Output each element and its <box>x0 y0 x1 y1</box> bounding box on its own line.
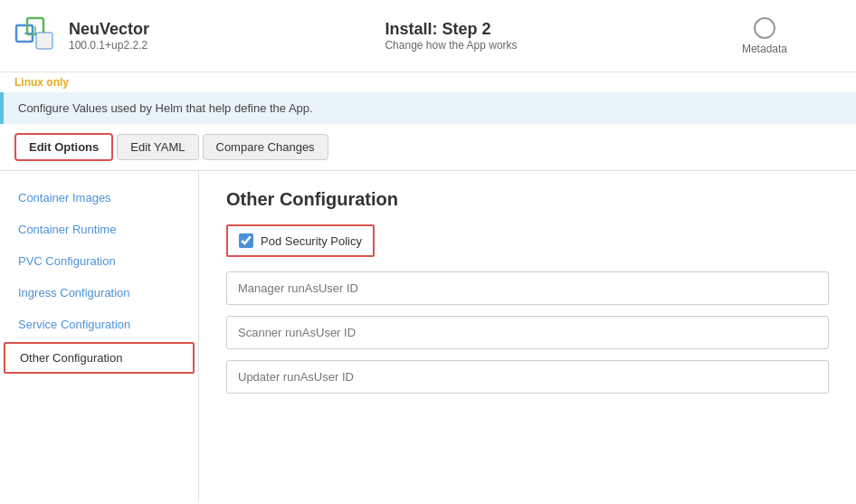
main-content: Container Images Container Runtime PVC C… <box>0 171 856 501</box>
tab-compare-changes[interactable]: Compare Changes <box>203 134 328 160</box>
pod-security-policy-label: Pod Security Policy <box>261 234 362 248</box>
sidebar-item-container-images[interactable]: Container Images <box>0 182 198 214</box>
pod-security-policy-row: Pod Security Policy <box>226 224 375 257</box>
step-circle <box>754 17 775 39</box>
info-text: Configure Values used by Helm that help … <box>18 101 313 115</box>
tab-edit-options[interactable]: Edit Options <box>14 133 113 161</box>
updater-runasuser-input[interactable] <box>226 360 829 394</box>
manager-runasuser-input[interactable] <box>226 271 829 305</box>
sidebar-item-ingress-configuration[interactable]: Ingress Configuration <box>0 277 198 309</box>
tab-bar: Edit Options Edit YAML Compare Changes <box>0 124 856 171</box>
linux-only-bar: Linux only <box>0 72 856 92</box>
step-info: Install: Step 2 Change how the App works <box>385 20 517 52</box>
sidebar-item-container-runtime[interactable]: Container Runtime <box>0 214 198 245</box>
manager-runasuser-group <box>226 271 829 305</box>
svg-rect-2 <box>36 33 52 49</box>
sidebar: Container Images Container Runtime PVC C… <box>0 171 199 501</box>
app-info: NeuVector 100.0.1+up2.2.2 <box>69 20 149 52</box>
content-area: Other Configuration Pod Security Policy <box>199 171 856 501</box>
metadata-step: Metadata <box>742 17 787 55</box>
section-title: Other Configuration <box>226 189 829 210</box>
linux-only-text: Linux only <box>14 76 69 89</box>
app-version: 100.0.1+up2.2.2 <box>69 39 149 52</box>
step-label: Metadata <box>742 43 787 55</box>
sidebar-item-service-configuration[interactable]: Service Configuration <box>0 309 198 340</box>
stepper: Metadata <box>742 17 787 55</box>
info-bar: Configure Values used by Helm that help … <box>0 92 856 124</box>
step-subtitle: Change how the App works <box>385 39 517 52</box>
header: NeuVector 100.0.1+up2.2.2 Install: Step … <box>0 0 856 72</box>
updater-runasuser-group <box>226 360 829 394</box>
scanner-runasuser-group <box>226 316 829 349</box>
app-logo <box>14 14 58 58</box>
scanner-runasuser-input[interactable] <box>226 316 829 349</box>
app-name: NeuVector <box>69 20 149 39</box>
step-title: Install: Step 2 <box>385 20 517 39</box>
sidebar-item-pvc-configuration[interactable]: PVC Configuration <box>0 245 198 277</box>
pod-security-policy-checkbox[interactable] <box>239 233 253 248</box>
sidebar-item-other-configuration[interactable]: Other Configuration <box>4 342 195 374</box>
tab-edit-yaml[interactable]: Edit YAML <box>117 134 198 160</box>
